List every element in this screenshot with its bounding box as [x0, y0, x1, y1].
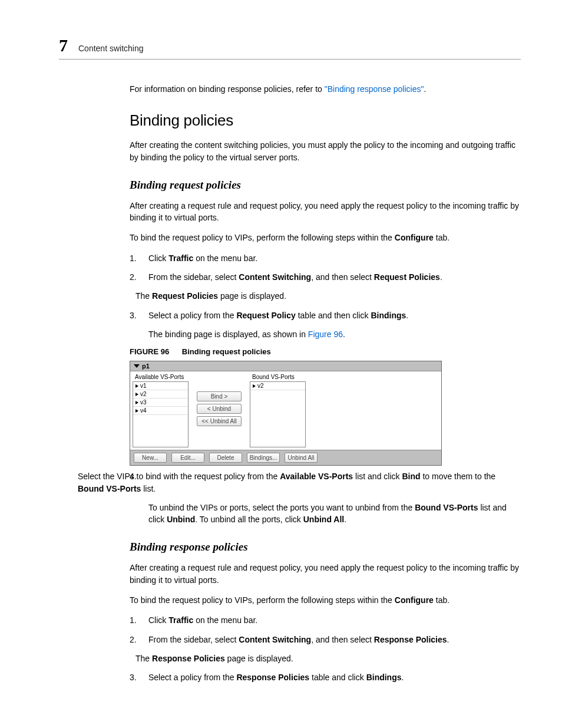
bind-button[interactable]: Bind >: [197, 391, 242, 401]
bold-configure: Configure: [395, 233, 434, 242]
figure-body: Available VS-Ports v1 v2 v3 v4 Bind > < …: [130, 371, 441, 450]
text: .: [440, 272, 442, 282]
expand-icon: [135, 409, 138, 413]
text: The: [135, 291, 152, 301]
text: The: [135, 654, 152, 663]
bound-label: Bound VS-Ports: [250, 373, 306, 381]
step-number: 2.: [130, 271, 140, 283]
expand-icon: [253, 384, 256, 388]
list-item[interactable]: v3: [133, 398, 188, 407]
bound-list[interactable]: v2: [250, 381, 306, 447]
link-binding-response[interactable]: "Binding response policies": [325, 84, 424, 94]
item-label: v2: [140, 391, 147, 397]
expand-icon: [135, 401, 138, 404]
intro-text-post: .: [424, 84, 426, 94]
step-number: 2.: [130, 634, 140, 645]
list-item[interactable]: v2: [133, 390, 188, 398]
text: . To unbind all the ports, click: [195, 515, 303, 524]
item-label: v3: [140, 399, 147, 406]
para-response-2: To bind the request policy to VIPs, perf…: [130, 594, 521, 606]
figure-titlebar[interactable]: p1: [130, 361, 441, 371]
bold-content-switching: Content Switching: [239, 635, 311, 644]
text: .: [402, 673, 404, 682]
intro-text-pre: For information on binding response poli…: [130, 84, 325, 94]
list-item[interactable]: v4: [133, 407, 188, 415]
transfer-buttons: Bind > < Unbind << Unbind All: [191, 371, 247, 450]
figure-binding-request: p1 Available VS-Ports v1 v2 v3 v4 Bind >…: [130, 361, 442, 466]
step-number: 3.: [130, 671, 140, 683]
figure-label: FIGURE 96: [130, 347, 169, 356]
text: tab.: [434, 595, 449, 605]
step-number: 1.: [130, 614, 140, 626]
heading-binding-policies: Binding policies: [130, 111, 521, 130]
text: The binding page is displayed, as shown …: [148, 330, 308, 339]
intro-para: For information on binding response poli…: [130, 83, 521, 95]
text: Select a policy from the: [148, 673, 236, 682]
item-label: v2: [257, 383, 264, 389]
bold-bindings: Bindings: [371, 311, 406, 320]
page-header: 7 Content switching: [59, 35, 521, 60]
heading-binding-response: Binding response policies: [130, 541, 521, 554]
step-4-sub: To unbind the VIPs or ports, select the …: [148, 502, 521, 526]
bold-unbind: Unbind: [167, 515, 195, 524]
step-1: 1. Click Traffic on the menu bar.: [130, 252, 521, 264]
link-figure-96[interactable]: Figure 96: [308, 330, 343, 339]
text: list and click: [353, 472, 402, 481]
bindings-button[interactable]: Bindings...: [247, 453, 280, 463]
step-4: 4. Select the VIPs to bind with the requ…: [59, 470, 521, 495]
text: .: [344, 515, 346, 524]
text: Select the VIPs to bind with the request…: [78, 472, 280, 481]
text: , and then select: [311, 272, 374, 282]
figure-bottom-bar: New... Edit... Delete Bindings... Unbind…: [130, 450, 441, 465]
bold-bound-vs-ports: Bound VS-Ports: [78, 484, 141, 493]
expand-icon: [135, 384, 138, 388]
text: To bind the request policy to VIPs, perf…: [130, 233, 395, 242]
list-item[interactable]: v1: [133, 382, 188, 390]
para-response-1: After creating a request rule and reques…: [130, 562, 521, 586]
text: page is displayed.: [225, 654, 293, 663]
para-binding-policies: After creating the content switching pol…: [130, 139, 521, 163]
step-text: Select a policy from the Response Polici…: [148, 671, 404, 683]
delete-button[interactable]: Delete: [209, 453, 242, 463]
bold-bind: Bind: [402, 472, 420, 481]
bold-response-policies-page: Response Policies: [152, 654, 225, 663]
text: table and click: [309, 673, 366, 682]
text: .: [343, 330, 345, 339]
new-button[interactable]: New...: [134, 453, 167, 463]
text: list.: [141, 484, 156, 493]
page: 7 Content switching For information on b…: [0, 0, 562, 726]
text: tab.: [434, 233, 449, 242]
text: page is displayed.: [218, 291, 286, 301]
step-2-sub: The Request Policies page is displayed.: [135, 290, 521, 302]
edit-button[interactable]: Edit...: [171, 453, 204, 463]
content-area: For information on binding response poli…: [130, 83, 521, 466]
unbind-all-bottom-button[interactable]: Unbind All: [285, 453, 318, 463]
step-number: 3.: [130, 309, 140, 321]
available-list[interactable]: v1 v2 v3 v4: [133, 381, 189, 447]
bound-column: Bound VS-Ports v2: [247, 371, 308, 450]
figure-title: Binding request policies: [182, 347, 271, 356]
bold-available-vs-ports: Available VS-Ports: [280, 472, 353, 481]
bold-response-policies: Response Policies: [374, 635, 447, 644]
text: on the menu bar.: [193, 253, 257, 263]
text: .: [406, 311, 408, 320]
item-label: v4: [140, 407, 147, 414]
bold-configure: Configure: [395, 595, 434, 605]
resp-step-3: 3. Select a policy from the Response Pol…: [130, 671, 521, 683]
list-item[interactable]: v2: [250, 382, 305, 390]
unbind-all-button[interactable]: << Unbind All: [197, 416, 242, 426]
step-text: Click Traffic on the menu bar.: [148, 614, 257, 626]
heading-binding-request: Binding request policies: [130, 179, 521, 192]
text: From the sidebar, select: [148, 272, 239, 282]
collapse-icon[interactable]: [134, 364, 140, 368]
resp-step-1: 1. Click Traffic on the menu bar.: [130, 614, 521, 626]
text: on the menu bar.: [193, 615, 257, 625]
text: To bind the request policy to VIPs, perf…: [130, 595, 395, 605]
para-request-2: To bind the request policy to VIPs, perf…: [130, 232, 521, 243]
text: From the sidebar, select: [148, 635, 239, 644]
text: .: [447, 635, 449, 644]
chapter-number: 7: [59, 35, 68, 55]
bold-traffic: Traffic: [168, 253, 193, 263]
unbind-button[interactable]: < Unbind: [197, 404, 242, 414]
step-text: From the sidebar, select Content Switchi…: [148, 271, 442, 283]
